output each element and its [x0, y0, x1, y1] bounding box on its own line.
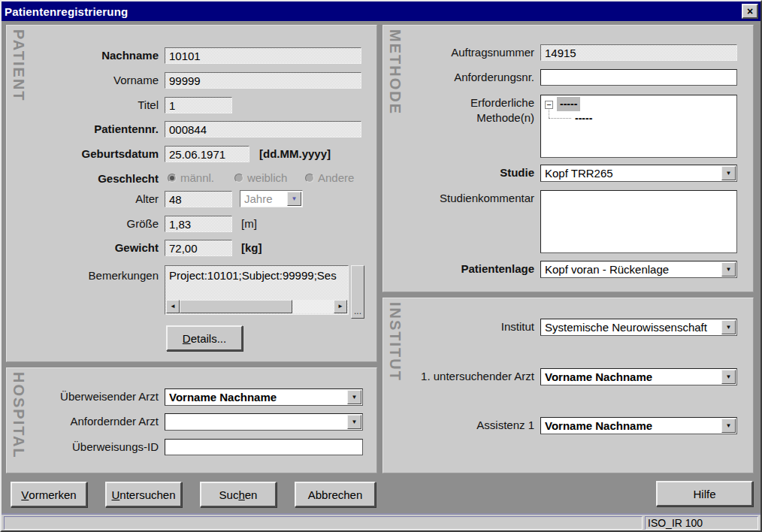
ellipsis-icon: ... — [354, 306, 361, 316]
groesse-unit: [m] — [241, 216, 257, 232]
nachname-field: 10101 — [165, 47, 361, 64]
ueberweisender-arzt-value: Vorname Nachname — [169, 390, 346, 404]
details-button-accesskey: D — [183, 332, 191, 345]
methode-section: METHODE Auftragsnummer 14915 Anforderung… — [383, 25, 754, 292]
status-bar: ISO_IR 100 — [2, 513, 760, 530]
ueberweisender-arzt-dropdown-button[interactable]: ▼ — [347, 390, 361, 404]
suchen-label-pre: Suc — [219, 488, 239, 501]
radio-maennlich — [168, 174, 177, 183]
untersuchen-label: ntersuchen — [119, 488, 175, 501]
geburtsdatum-label: Geburtsdatum — [7, 146, 159, 162]
groesse-label: Größe — [7, 216, 159, 232]
scrollbar-thumb[interactable] — [180, 300, 292, 313]
studie-label: Studie — [383, 165, 534, 181]
hilfe-button[interactable]: Hilfe — [656, 481, 753, 506]
suchen-button[interactable]: Suchen — [200, 482, 277, 507]
status-charset-panel: ISO_IR 100 — [645, 516, 758, 530]
institut-value: Systemische Neurowissenschaft — [545, 320, 720, 334]
tree-connector-vertical — [549, 110, 549, 118]
untersuchender-arzt-dropdown-button[interactable]: ▼ — [721, 370, 736, 384]
ueberweisungs-id-label: Überweisungs-ID — [7, 439, 159, 455]
assistenz1-dropdown-button[interactable]: ▼ — [721, 419, 736, 433]
patientennr-field: 000844 — [165, 121, 361, 138]
studie-dropdown-button[interactable]: ▼ — [721, 166, 736, 180]
bemerkungen-horizontal-scrollbar[interactable]: ◄ ► — [166, 300, 347, 313]
untersuchen-button[interactable]: Untersuchen — [105, 482, 182, 507]
studie-value: Kopf TRR265 — [545, 166, 720, 180]
close-icon: × — [747, 6, 753, 17]
chevron-down-icon: ▼ — [726, 267, 732, 273]
studienkommentar-label: Studienkommentar — [383, 190, 534, 207]
anfordernder-arzt-dropdown-button[interactable]: ▼ — [347, 415, 361, 429]
alter-label: Alter — [7, 191, 159, 207]
studienkommentar-textarea[interactable] — [540, 190, 737, 253]
details-button-label: etails... — [191, 332, 227, 345]
vormerken-label: ormerken — [29, 488, 76, 501]
institut-combobox[interactable]: Systemische Neurowissenschaft ▼ — [540, 319, 737, 336]
untersuchender-arzt-label: 1. untersuchender Arzt — [383, 368, 534, 385]
untersuchender-arzt-value: Vorname Nachname — [545, 370, 720, 384]
scroll-right-button[interactable]: ► — [334, 300, 347, 313]
radio-maennlich-label: männl. — [180, 171, 214, 186]
erforderliche-methoden-label-line2: Methode(n) — [383, 110, 534, 126]
patientenlage-label: Patientenlage — [383, 261, 534, 277]
vormerken-button[interactable]: Vormerken — [11, 482, 87, 507]
methoden-tree[interactable]: − ----- ----- — [540, 95, 737, 158]
suchen-accesskey: h — [238, 488, 244, 501]
radio-andere-label: Andere — [318, 171, 354, 186]
anfordernder-arzt-combobox[interactable]: ▼ — [165, 413, 363, 431]
patientenlage-combobox[interactable]: Kopf voran - Rückenlage ▼ — [540, 261, 737, 278]
auftragsnummer-field: 14915 — [540, 44, 737, 61]
scroll-left-button[interactable]: ◄ — [166, 300, 180, 313]
details-button[interactable]: Details... — [166, 325, 243, 351]
assistenz1-label: Assistenz 1 — [383, 417, 534, 434]
scroll-left-icon: ◄ — [170, 304, 176, 310]
groesse-field: 1,83 — [165, 216, 232, 232]
anforderungsnr-label: Anforderungsnr. — [383, 69, 534, 86]
institut-dropdown-button[interactable]: ▼ — [721, 320, 736, 334]
abbrechen-button[interactable]: Abbrechen — [295, 482, 376, 507]
scroll-right-icon: ► — [337, 304, 343, 310]
alter-unit-value: Jahre — [244, 192, 286, 206]
chevron-down-icon: ▼ — [352, 394, 358, 401]
charset-value: ISO_IR 100 — [648, 517, 703, 529]
patient-section: PATIENT Nachname 10101 Vorname 99999 Tit… — [6, 25, 377, 362]
patient-section-watermark: PATIENT — [10, 29, 27, 102]
geschlecht-label: Geschlecht — [7, 171, 159, 187]
geburtsdatum-field: 25.06.1971 — [165, 146, 249, 162]
anforderungsnr-input[interactable] — [540, 69, 737, 86]
studie-combobox[interactable]: Kopf TRR265 ▼ — [540, 165, 737, 182]
hilfe-label: Hilfe — [693, 488, 715, 500]
assistenz1-combobox[interactable]: Vorname Nachname ▼ — [540, 417, 737, 434]
assistenz1-value: Vorname Nachname — [545, 419, 720, 433]
bemerkungen-more-button[interactable]: ... — [351, 265, 364, 319]
chevron-down-icon: ▼ — [352, 419, 358, 425]
vormerken-accesskey: V — [21, 488, 29, 501]
patientenlage-value: Kopf voran - Rückenlage — [545, 262, 720, 277]
gewicht-field: 72,00 — [165, 240, 232, 256]
radio-weiblich-label: weiblich — [247, 171, 287, 186]
bemerkungen-field[interactable]: Project:10101;Subject:99999;Ses ◄ ► — [165, 265, 349, 315]
geburtsdatum-format-hint: [dd.MM.yyyy] — [259, 146, 331, 162]
untersuchen-accesskey: U — [111, 488, 119, 501]
alter-unit-dropdown: Jahre ▼ — [240, 190, 303, 207]
title-bar: Patientenregistrierung × — [2, 2, 760, 21]
gewicht-label: Gewicht — [7, 240, 159, 256]
close-button[interactable]: × — [742, 4, 758, 19]
tree-collapse-icon[interactable]: − — [545, 101, 553, 109]
auftragsnummer-label: Auftragsnummer — [383, 44, 534, 61]
tree-root-item[interactable]: ----- — [557, 97, 580, 111]
vorname-field: 99999 — [165, 72, 361, 89]
institut-label: Institut — [383, 319, 534, 335]
chevron-down-icon: ▼ — [726, 423, 732, 429]
nachname-label: Nachname — [7, 47, 159, 64]
untersuchender-arzt-combobox[interactable]: Vorname Nachname ▼ — [540, 368, 737, 385]
ueberweisender-arzt-combobox[interactable]: Vorname Nachname ▼ — [165, 388, 363, 406]
patientenlage-dropdown-button[interactable]: ▼ — [721, 262, 736, 277]
ueberweisungs-id-input[interactable] — [165, 439, 363, 455]
scrollbar-track[interactable] — [292, 300, 334, 313]
tree-child-item[interactable]: ----- — [573, 111, 594, 125]
patient-registration-window: Patientenregistrierung × PATIENT Nachnam… — [0, 0, 762, 532]
chevron-down-icon: ▼ — [292, 196, 298, 202]
alter-field: 48 — [165, 191, 232, 207]
